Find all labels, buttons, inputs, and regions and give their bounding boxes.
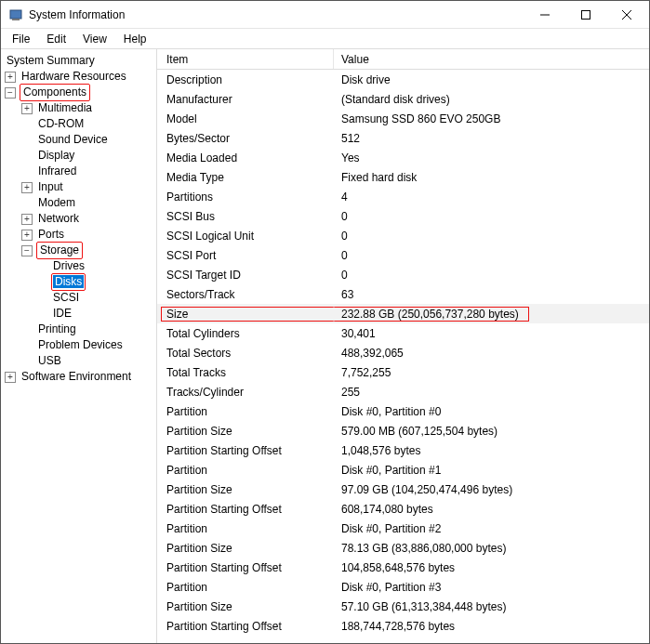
detail-row[interactable]: PartitionDisk #0, Partition #1	[157, 460, 649, 480]
tree-swenv[interactable]: Software Environment	[20, 369, 133, 385]
row-item: Partition Size	[157, 425, 334, 438]
tree-ports[interactable]: Ports	[36, 227, 66, 243]
row-item: Total Sectors	[157, 347, 334, 360]
row-value: 104,858,648,576 bytes	[334, 561, 649, 574]
detail-row[interactable]: Partitions4	[157, 187, 649, 206]
tree-summary[interactable]: System Summary	[5, 53, 97, 69]
row-item: SCSI Bus	[157, 210, 334, 223]
row-item: Media Loaded	[157, 151, 334, 164]
menu-view[interactable]: View	[75, 31, 114, 47]
detail-row[interactable]: SCSI Target ID0	[157, 265, 649, 284]
col-value[interactable]: Value	[334, 53, 649, 66]
detail-row[interactable]: Bytes/Sector512	[157, 128, 649, 148]
svg-rect-0	[10, 10, 21, 19]
tree-storage[interactable]: Storage	[38, 243, 81, 256]
detail-row[interactable]: Total Sectors488,392,065	[157, 343, 649, 362]
tree-input[interactable]: Input	[36, 179, 65, 195]
expander-icon[interactable]: +	[21, 214, 33, 225]
detail-row[interactable]: Partition Size97.09 GB (104,250,474,496 …	[157, 480, 649, 499]
tree-usb[interactable]: USB	[36, 353, 63, 369]
row-value: Disk drive	[334, 73, 649, 86]
detail-row[interactable]: Total Tracks7,752,255	[157, 362, 649, 382]
expander-icon[interactable]: +	[5, 372, 16, 383]
expander-icon[interactable]: −	[21, 245, 33, 256]
close-button[interactable]	[606, 2, 647, 28]
row-value: Disk #0, Partition #3	[334, 581, 649, 594]
menu-help[interactable]: Help	[116, 31, 154, 47]
row-value: 0	[334, 249, 649, 262]
detail-row[interactable]: Total Cylinders30,401	[157, 323, 649, 343]
detail-row[interactable]: SCSI Port0	[157, 245, 649, 265]
row-item: Partition	[157, 522, 334, 535]
minimize-button[interactable]	[524, 2, 565, 28]
expander-icon[interactable]: +	[21, 182, 33, 193]
tree-multimedia[interactable]: Multimedia	[36, 100, 94, 116]
row-item: Sectors/Track	[157, 288, 334, 301]
detail-row[interactable]: DescriptionDisk drive	[157, 70, 649, 89]
detail-row[interactable]: Size232.88 GB (250,056,737,280 bytes)	[157, 304, 649, 323]
tree-cdrom[interactable]: CD-ROM	[36, 116, 86, 132]
detail-panel: Item Value DescriptionDisk driveManufact…	[157, 49, 649, 643]
detail-row[interactable]: PartitionDisk #0, Partition #3	[157, 577, 649, 597]
expander-icon[interactable]: −	[5, 87, 16, 99]
menu-edit[interactable]: Edit	[39, 31, 73, 47]
detail-row[interactable]: Partition Size78.13 GB (83,886,080,000 b…	[157, 538, 649, 558]
detail-row[interactable]: SCSI Bus0	[157, 206, 649, 226]
menu-file[interactable]: File	[5, 31, 37, 47]
tree-network[interactable]: Network	[36, 211, 81, 227]
tree-modem[interactable]: Modem	[36, 195, 77, 211]
detail-row[interactable]: Manufacturer(Standard disk drives)	[157, 89, 649, 109]
tree-problem[interactable]: Problem Devices	[36, 337, 125, 353]
maximize-button[interactable]	[565, 2, 606, 28]
detail-row[interactable]: Partition Size57.10 GB (61,313,384,448 b…	[157, 597, 649, 616]
expander-icon[interactable]: +	[5, 72, 16, 83]
row-value: Yes	[334, 151, 649, 164]
row-value: 78.13 GB (83,886,080,000 bytes)	[334, 542, 649, 555]
col-item[interactable]: Item	[157, 49, 334, 69]
detail-body: DescriptionDisk driveManufacturer(Standa…	[157, 70, 649, 636]
row-item: Partition	[157, 464, 334, 477]
row-value: Disk #0, Partition #0	[334, 405, 649, 418]
row-value: 7,752,255	[334, 366, 649, 379]
row-value: Disk #0, Partition #2	[334, 522, 649, 535]
tree-ide[interactable]: IDE	[51, 306, 73, 322]
detail-row[interactable]: Partition Starting Offset188,744,728,576…	[157, 616, 649, 636]
row-item: Partitions	[157, 191, 334, 204]
detail-row[interactable]: PartitionDisk #0, Partition #0	[157, 401, 649, 421]
tree-sound[interactable]: Sound Device	[36, 132, 110, 148]
row-item: Partition Starting Offset	[157, 561, 334, 574]
tree-infrared[interactable]: Infrared	[36, 164, 78, 179]
detail-row[interactable]: Partition Size579.00 MB (607,125,504 byt…	[157, 421, 649, 440]
detail-row[interactable]: Partition Starting Offset104,858,648,576…	[157, 558, 649, 577]
row-item: SCSI Target ID	[157, 269, 334, 282]
detail-row[interactable]: Partition Starting Offset1,048,576 bytes	[157, 440, 649, 460]
row-value: 1,048,576 bytes	[334, 444, 649, 457]
expander-icon[interactable]: +	[21, 230, 33, 241]
row-item: Partition Size	[157, 600, 334, 613]
tree-scsi[interactable]: SCSI	[51, 290, 81, 306]
tree-components[interactable]: Components	[21, 85, 88, 99]
detail-row[interactable]: Media TypeFixed hard disk	[157, 167, 649, 187]
detail-row[interactable]: Media LoadedYes	[157, 148, 649, 167]
row-item: SCSI Port	[157, 249, 334, 262]
detail-row[interactable]: SCSI Logical Unit0	[157, 226, 649, 245]
row-item: SCSI Logical Unit	[157, 230, 334, 243]
detail-row[interactable]: Sectors/Track63	[157, 284, 649, 304]
tree-printing[interactable]: Printing	[36, 322, 78, 337]
row-value: 255	[334, 386, 649, 399]
tree-display[interactable]: Display	[36, 148, 76, 164]
tree-disks[interactable]: Disks	[53, 275, 84, 288]
row-value: 0	[334, 269, 649, 282]
detail-row[interactable]: Partition Starting Offset608,174,080 byt…	[157, 499, 649, 519]
tree-hardware[interactable]: Hardware Resources	[20, 69, 128, 85]
expander-icon[interactable]: +	[21, 103, 33, 114]
detail-row[interactable]: PartitionDisk #0, Partition #2	[157, 519, 649, 538]
tree-drives[interactable]: Drives	[51, 258, 86, 274]
detail-row[interactable]: Tracks/Cylinder255	[157, 382, 649, 401]
row-item: Partition	[157, 405, 334, 418]
detail-row[interactable]: ModelSamsung SSD 860 EVO 250GB	[157, 109, 649, 128]
row-item: Total Cylinders	[157, 327, 334, 340]
row-item: Model	[157, 112, 334, 125]
row-item: Manufacturer	[157, 93, 334, 106]
app-icon	[8, 7, 23, 22]
